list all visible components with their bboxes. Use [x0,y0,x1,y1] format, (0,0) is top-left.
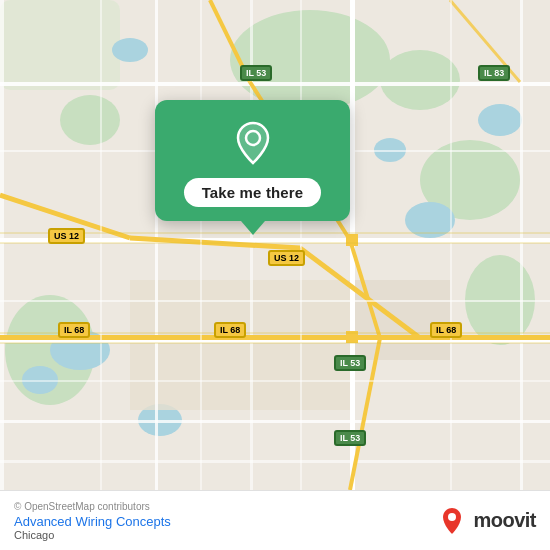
svg-rect-25 [155,0,158,490]
city-name: Chicago [14,529,171,541]
svg-point-2 [380,50,460,110]
shield-us12-left: US 12 [48,228,85,244]
svg-point-1 [230,10,390,110]
shield-il68-right: IL 68 [430,322,462,338]
svg-rect-21 [0,460,550,463]
shield-il83: IL 83 [478,65,510,81]
svg-point-12 [112,38,148,62]
map-container: US 12 US 12 IL 68 IL 68 IL 68 IL 53 IL 5… [0,0,550,490]
svg-rect-41 [300,0,302,490]
svg-rect-43 [346,234,358,246]
shield-il53-bottom: IL 53 [334,430,366,446]
svg-rect-24 [520,0,523,490]
svg-rect-15 [130,280,350,410]
take-me-there-button[interactable]: Take me there [184,178,322,207]
moovit-text: moovit [473,509,536,532]
moovit-logo: moovit [437,506,536,536]
bottom-bar: © OpenStreetMap contributors Advanced Wi… [0,490,550,550]
location-pin-icon [228,118,278,168]
svg-rect-38 [0,380,550,382]
shield-il53-lower: IL 53 [334,355,366,371]
moovit-icon [437,506,467,536]
copyright-text: © OpenStreetMap contributors [14,501,171,512]
svg-point-11 [478,104,522,136]
svg-rect-37 [0,300,550,302]
shield-il68-mid: IL 68 [214,322,246,338]
svg-rect-20 [0,420,550,423]
svg-point-50 [448,513,456,521]
shield-il53-top: IL 53 [240,65,272,81]
svg-rect-40 [200,0,202,490]
svg-rect-17 [0,82,550,86]
bottom-left-info: © OpenStreetMap contributors Advanced Wi… [14,501,171,541]
shield-il68-left: IL 68 [58,322,90,338]
shield-us12-right: US 12 [268,250,305,266]
svg-rect-42 [450,0,452,490]
popup-card: Take me there [155,100,350,221]
svg-rect-22 [0,0,4,490]
svg-point-6 [60,95,120,145]
svg-rect-39 [100,0,102,490]
location-name: Advanced Wiring Concepts [14,514,171,529]
